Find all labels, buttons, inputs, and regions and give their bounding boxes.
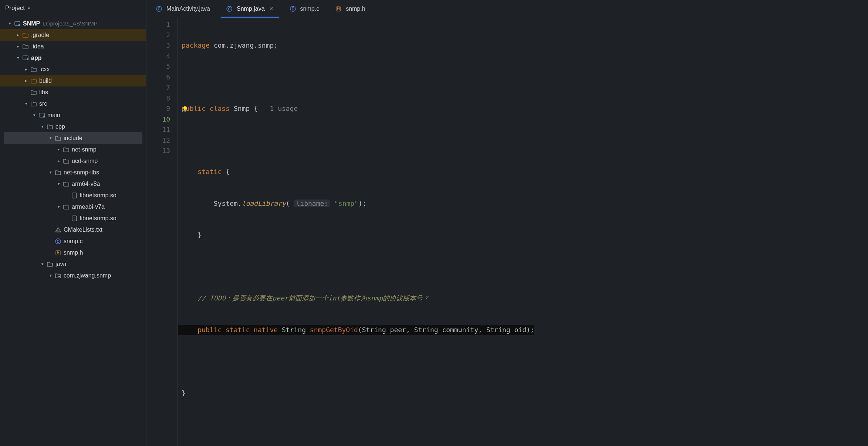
tree-item-ucdsnmp[interactable]: ▸ ucd-snmp	[0, 155, 146, 167]
tree-item-armeabi[interactable]: ▾ armeabi-v7a	[0, 201, 146, 212]
chevron-down-icon[interactable]: ▾	[55, 178, 62, 190]
folder-icon	[46, 262, 54, 267]
chevron-down-icon[interactable]: ▾	[39, 121, 46, 132]
tree-label: cpp	[55, 121, 65, 132]
tab-label: snmp.c	[300, 6, 320, 12]
editor-area: C MainActivity.java C Snmp.java ✕ C snmp…	[146, 0, 868, 446]
line-number: 5	[146, 61, 170, 72]
tree-item-so2[interactable]: ▸ ? libnetsnmp.so	[0, 212, 146, 224]
svg-rect-1	[18, 24, 20, 26]
tree-label: .gradle	[31, 29, 49, 41]
svg-rect-3	[27, 58, 28, 60]
tree-item-snmph[interactable]: ▸ H snmp.h	[0, 247, 146, 258]
tab-snmpc[interactable]: C snmp.c	[282, 0, 328, 18]
tree-label: libnetsnmp.so	[80, 212, 116, 224]
java-class-icon: C	[156, 6, 163, 12]
tree-item-include[interactable]: ▾ include	[4, 132, 142, 144]
chevron-down-icon[interactable]: ▾	[47, 270, 54, 281]
chevron-down-icon[interactable]: ▾	[31, 109, 38, 121]
folder-icon	[30, 90, 38, 95]
chevron-down-icon[interactable]: ▾	[7, 18, 13, 29]
tree-item-netsnmp[interactable]: ▸ net-snmp	[0, 144, 146, 155]
tab-snmpjava[interactable]: C Snmp.java ✕	[218, 0, 282, 18]
tree-label: com.zjwang.snmp	[64, 270, 111, 281]
tree-label: ucd-snmp	[72, 155, 98, 167]
chevron-right-icon[interactable]: ▸	[55, 155, 62, 167]
folder-icon	[54, 170, 62, 175]
tree-label: main	[47, 109, 60, 121]
tree-label: libs	[39, 86, 48, 98]
chevron-right-icon[interactable]: ▸	[15, 29, 21, 41]
chevron-right-icon[interactable]: ▸	[15, 41, 21, 52]
chevron-down-icon: ▾	[28, 6, 30, 11]
tree-item-arm64[interactable]: ▾ arm64-v8a	[0, 178, 146, 190]
tree-item-src[interactable]: ▾ src	[0, 98, 146, 109]
tree-label: CMakeLists.txt	[64, 224, 102, 235]
editor-tabbar: C MainActivity.java C Snmp.java ✕ C snmp…	[146, 0, 868, 18]
svg-text:C: C	[57, 239, 59, 244]
tree-label: build	[39, 75, 52, 86]
tree-item-cpp[interactable]: ▾ cpp	[0, 121, 146, 132]
chevron-right-icon[interactable]: ▸	[23, 75, 30, 86]
tree-item-libs[interactable]: ▸ libs	[0, 86, 146, 98]
tree-item-cmake[interactable]: ▸ CMakeLists.txt	[0, 224, 146, 235]
line-number: 11	[146, 125, 170, 135]
tree-label: include	[64, 132, 82, 144]
chevron-right-icon[interactable]: ▸	[55, 144, 62, 155]
close-icon[interactable]: ✕	[269, 6, 274, 12]
tab-mainactivity[interactable]: C MainActivity.java	[148, 0, 218, 18]
tree-item-idea[interactable]: ▸ .idea	[0, 41, 146, 52]
project-title: Project	[5, 4, 25, 12]
tree-label: .idea	[31, 41, 44, 52]
tree-label: arm64-v8a	[72, 178, 100, 190]
svg-text:?: ?	[73, 217, 75, 221]
tree-item-netsnmplibs[interactable]: ▾ net-snmp-libs	[0, 167, 146, 178]
c-file-icon: C	[54, 238, 62, 244]
tree-item-gradle[interactable]: ▸ .gradle	[0, 29, 146, 41]
chevron-right-icon[interactable]: ▸	[23, 64, 30, 75]
chevron-down-icon[interactable]: ▾	[55, 201, 62, 212]
java-class-icon: C	[226, 6, 233, 12]
project-tree: ▾ SNMP D:\projects_AS\SNMP ▸ .gradle ▸ .…	[0, 16, 146, 281]
line-number: 6	[146, 72, 170, 83]
project-header[interactable]: Project ▾	[0, 0, 146, 16]
package-icon	[54, 273, 62, 278]
svg-rect-5	[43, 116, 45, 118]
line-number: 9	[146, 103, 170, 114]
tree-item-main[interactable]: ▾ main	[0, 109, 146, 121]
chevron-down-icon[interactable]: ▾	[47, 132, 54, 144]
c-file-icon: C	[290, 6, 297, 12]
bulb-icon[interactable]: 💡	[182, 104, 188, 115]
tree-item-java[interactable]: ▾ java	[0, 258, 146, 270]
tab-snmph[interactable]: H snmp.h	[327, 0, 373, 18]
file-icon: ?	[70, 193, 78, 198]
folder-icon	[62, 159, 70, 164]
code-content[interactable]: package com.zjwang.snmp; public class Sn…	[178, 18, 534, 446]
folder-icon	[46, 124, 54, 129]
project-sidebar: Project ▾ ▾ SNMP D:\projects_AS\SNMP ▸ .…	[0, 0, 146, 446]
tree-label: net-snmp	[72, 144, 97, 155]
chevron-down-icon[interactable]: ▾	[15, 52, 21, 64]
svg-text:C: C	[158, 7, 160, 11]
svg-point-17	[58, 276, 60, 277]
line-number: 8	[146, 93, 170, 104]
tree-item-pkg[interactable]: ▾ com.zjwang.snmp	[0, 270, 146, 281]
folder-icon	[62, 181, 70, 187]
tree-item-snmpc[interactable]: ▸ C snmp.c	[0, 235, 146, 247]
tree-root[interactable]: ▾ SNMP D:\projects_AS\SNMP	[0, 18, 146, 29]
tree-item-so1[interactable]: ▸ ? libnetsnmp.so	[0, 190, 146, 201]
tree-label: snmp.h	[64, 247, 83, 258]
chevron-down-icon[interactable]: ▾	[23, 98, 30, 109]
h-file-icon: H	[335, 6, 342, 12]
file-icon: ?	[70, 215, 78, 221]
svg-text:C: C	[291, 7, 294, 11]
tree-item-build[interactable]: ▸ build	[0, 75, 146, 86]
chevron-down-icon[interactable]: ▾	[39, 258, 46, 270]
tree-item-app[interactable]: ▾ app	[0, 52, 146, 64]
folder-icon	[62, 204, 70, 210]
tree-path: D:\projects_AS\SNMP	[43, 18, 98, 29]
tree-item-cxx[interactable]: ▸ .cxx	[0, 64, 146, 75]
editor-body[interactable]: 1 2 3 4 5 6 7 8 9 10 11 12 13 💡 package …	[146, 18, 868, 446]
line-number: 7	[146, 82, 170, 93]
chevron-down-icon[interactable]: ▾	[47, 167, 54, 178]
